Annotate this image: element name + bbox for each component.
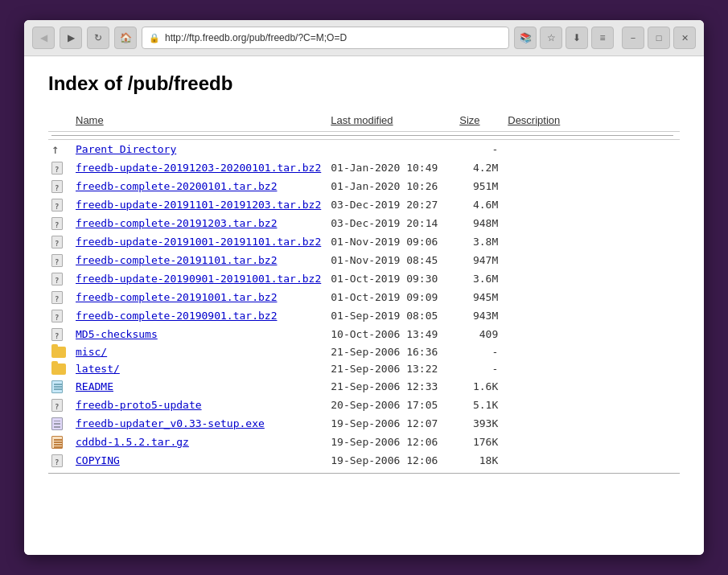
row-name-cell: freedb-update-20190901-20191001.tar.bz2 (72, 269, 327, 288)
row-size-cell: 409 (456, 325, 504, 343)
row-name-cell: freedb-update-20191101-20191203.tar.bz2 (72, 195, 327, 214)
row-size-cell: 176K (456, 433, 504, 451)
row-name-cell: cddbd-1.5.2.tar.gz (72, 433, 327, 451)
menu-button[interactable]: ≡ (591, 27, 614, 49)
row-name-cell: Parent Directory (72, 140, 327, 159)
table-row: ? freedb-complete-20190901.tar.bz2 01-Se… (48, 306, 680, 325)
file-link[interactable]: freedb-complete-20191203.tar.bz2 (76, 217, 277, 229)
row-modified-cell: 03-Dec-2019 20:14 (327, 214, 456, 232)
row-name-cell: freedb-complete-20191203.tar.bz2 (72, 214, 327, 232)
row-modified-cell: 01-Jan-2020 10:26 (327, 177, 456, 195)
row-icon-cell (48, 377, 72, 396)
table-row: latest/ 21-Sep-2006 13:22 - (48, 360, 680, 377)
row-icon-cell: ? (48, 232, 72, 251)
table-row: README 21-Sep-2006 12:33 1.6K (48, 377, 680, 396)
modified-sort-link[interactable]: Last modified (331, 114, 393, 126)
row-name-cell: freedb-updater_v0.33-setup.exe (72, 414, 327, 433)
row-modified-cell: 21-Sep-2006 16:36 (327, 343, 456, 360)
file-link[interactable]: freedb-update-20191001-20191101.tar.bz2 (76, 236, 321, 248)
row-size-cell: 1.6K (456, 377, 504, 396)
row-size-cell: 947M (456, 251, 504, 269)
row-desc-cell (504, 306, 680, 325)
row-desc-cell (504, 140, 680, 159)
row-desc-cell (504, 451, 680, 470)
table-row: ? freedb-complete-20200101.tar.bz2 01-Ja… (48, 177, 680, 195)
file-icon: ? (51, 180, 63, 193)
col-modified-header: Last modified (327, 111, 456, 132)
file-icon: ? (51, 328, 63, 341)
file-link[interactable]: freedb-update-20191203-20200101.tar.bz2 (76, 162, 321, 174)
forward-button[interactable]: ▶ (60, 27, 82, 49)
file-icon: ? (51, 399, 63, 412)
exe-icon (51, 417, 63, 430)
table-row: ? freedb-update-20191203-20200101.tar.bz… (48, 158, 680, 177)
address-input[interactable] (165, 32, 502, 43)
row-desc-cell (504, 414, 680, 433)
file-link[interactable]: freedb-complete-20200101.tar.bz2 (76, 180, 277, 192)
row-desc-cell (504, 377, 680, 396)
file-link[interactable]: Parent Directory (76, 143, 176, 155)
row-modified-cell: 01-Sep-2019 08:05 (327, 306, 456, 325)
close-button[interactable]: ✕ (673, 27, 696, 49)
bookmark-button[interactable]: ☆ (540, 27, 562, 49)
file-link[interactable]: freedb-update-20191101-20191203.tar.bz2 (76, 199, 321, 211)
file-icon: ? (51, 291, 63, 304)
file-link[interactable]: README (76, 380, 113, 392)
parent-icon: ↑ (51, 142, 60, 157)
file-link[interactable]: COPYING (76, 454, 120, 466)
row-size-cell: - (456, 343, 504, 360)
folder-icon (51, 363, 66, 375)
page-title: Index of /pub/freedb (48, 72, 680, 95)
row-icon-cell: ? (48, 396, 72, 414)
file-link[interactable]: latest/ (76, 363, 120, 375)
file-link[interactable]: freedb-updater_v0.33-setup.exe (76, 417, 265, 429)
file-icon: ? (51, 217, 63, 230)
table-row: freedb-updater_v0.33-setup.exe 19-Sep-20… (48, 414, 680, 433)
row-icon-cell (48, 343, 72, 360)
row-modified-cell: 01-Jan-2020 10:49 (327, 158, 456, 177)
col-size-header: Size (456, 111, 504, 132)
file-icon: ? (51, 236, 63, 248)
table-row: ↑ Parent Directory - (48, 140, 680, 159)
file-link[interactable]: freedb-complete-20191101.tar.bz2 (76, 254, 277, 266)
back-button[interactable]: ◀ (32, 27, 55, 49)
row-name-cell: freedb-complete-20190901.tar.bz2 (72, 306, 327, 325)
row-desc-cell (504, 232, 680, 251)
size-sort-link[interactable]: Size (459, 114, 479, 126)
reader-view-button[interactable]: 📚 (514, 27, 537, 49)
file-link[interactable]: freedb-complete-20190901.tar.bz2 (76, 310, 277, 322)
browser-chrome: ◀ ▶ ↻ 🏠 🔒 📚 ☆ ⬇ ≡ − □ ✕ (24, 20, 704, 56)
row-icon-cell: ? (48, 177, 72, 195)
home-button[interactable]: 🏠 (114, 27, 137, 49)
name-sort-link[interactable]: Name (76, 114, 104, 126)
row-size-cell: 4.6M (456, 195, 504, 214)
file-link[interactable]: misc/ (76, 346, 107, 358)
file-link[interactable]: freedb-proto5-update (76, 399, 202, 411)
downloads-button[interactable]: ⬇ (566, 27, 588, 49)
row-size-cell: 18K (456, 451, 504, 470)
row-size-cell: 393K (456, 414, 504, 433)
table-header-row: Name Last modified Size Description (48, 111, 680, 132)
desc-sort-link[interactable]: Description (508, 114, 560, 126)
window-controls: − □ ✕ (622, 27, 696, 49)
row-modified-cell: 10-Oct-2006 13:49 (327, 325, 456, 343)
row-name-cell: freedb-complete-20200101.tar.bz2 (72, 177, 327, 195)
file-link[interactable]: cddbd-1.5.2.tar.gz (76, 436, 189, 448)
row-icon-cell: ? (48, 288, 72, 306)
file-icon: ? (51, 254, 63, 267)
maximize-button[interactable]: □ (648, 27, 670, 49)
row-size-cell: 4.2M (456, 158, 504, 177)
file-link[interactable]: MD5-checksums (76, 328, 158, 340)
table-row: misc/ 21-Sep-2006 16:36 - (48, 343, 680, 360)
file-link[interactable]: freedb-update-20190901-20191001.tar.bz2 (76, 273, 321, 285)
reload-button[interactable]: ↻ (87, 27, 109, 49)
table-row: ? MD5-checksums 10-Oct-2006 13:49 409 (48, 325, 680, 343)
row-modified-cell: 19-Sep-2006 12:06 (327, 451, 456, 470)
row-name-cell: README (72, 377, 327, 396)
table-row: ? COPYING 19-Sep-2006 12:06 18K (48, 451, 680, 470)
row-name-cell: freedb-proto5-update (72, 396, 327, 414)
minimize-button[interactable]: − (622, 27, 644, 49)
file-link[interactable]: freedb-complete-20191001.tar.bz2 (76, 291, 277, 303)
file-table: Name Last modified Size Description (48, 111, 680, 470)
row-modified-cell: 19-Sep-2006 12:06 (327, 433, 456, 451)
